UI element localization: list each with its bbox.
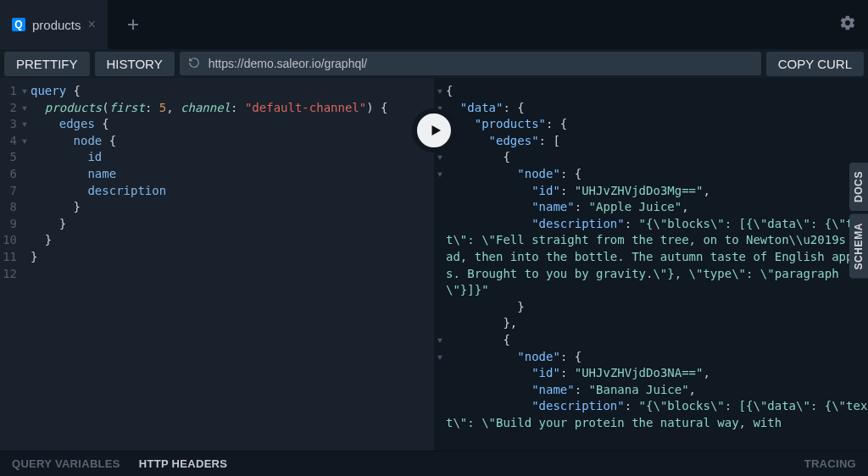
reload-icon[interactable] <box>188 57 200 71</box>
query-badge: Q <box>12 18 25 31</box>
plus-icon <box>127 19 139 30</box>
copy-curl-button[interactable]: COPY CURL <box>766 52 864 76</box>
close-icon[interactable]: × <box>88 17 96 32</box>
main-split: 1▾query { 2▾ products(first: 5, channel:… <box>0 78 868 451</box>
endpoint-url-text: https://demo.saleor.io/graphql/ <box>209 57 368 70</box>
execute-button[interactable] <box>412 108 456 152</box>
gear-icon <box>839 14 856 31</box>
play-icon <box>428 123 443 138</box>
settings-button[interactable] <box>839 14 856 35</box>
history-button[interactable]: HISTORY <box>95 52 175 76</box>
query-editor[interactable]: 1▾query { 2▾ products(first: 5, channel:… <box>0 78 434 451</box>
results-panel[interactable]: ▾{ ▾ "data": { ▾ "products": { ▾ "edges"… <box>434 78 868 451</box>
tracing-label[interactable]: TRACING <box>804 457 856 470</box>
tab-label: products <box>32 18 81 32</box>
add-tab-button[interactable] <box>108 0 159 49</box>
tab-products[interactable]: Q products × <box>0 0 108 49</box>
tab-http-headers[interactable]: HTTP HEADERS <box>139 457 227 470</box>
side-tabs: DOCS SCHEMA <box>849 163 868 279</box>
endpoint-url-input[interactable]: https://demo.saleor.io/graphql/ <box>180 52 761 75</box>
prettify-button[interactable]: PRETTIFY <box>4 52 90 76</box>
tab-query-variables[interactable]: QUERY VARIABLES <box>12 457 120 470</box>
footer-bar: QUERY VARIABLES HTTP HEADERS TRACING <box>0 451 868 476</box>
schema-tab[interactable]: SCHEMA <box>849 214 868 279</box>
tab-bar: Q products × <box>0 0 868 49</box>
docs-tab[interactable]: DOCS <box>849 163 868 211</box>
toolbar: PRETTIFY HISTORY https://demo.saleor.io/… <box>0 49 868 78</box>
